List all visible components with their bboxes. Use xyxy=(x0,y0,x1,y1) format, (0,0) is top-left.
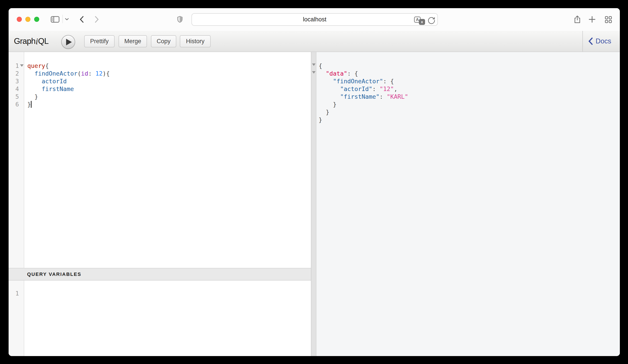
history-button[interactable]: History xyxy=(180,35,211,47)
graphiql-toolbar: GraphiQL Prettify Merge Copy History Doc… xyxy=(8,31,620,52)
minimize-window-button[interactable] xyxy=(25,17,30,22)
query-variables-title: QUERY VARIABLES xyxy=(27,272,81,277)
tab-overview-grid-icon[interactable] xyxy=(605,16,612,23)
result-pane: { "data": { "findOneActor": { "actorId":… xyxy=(316,52,620,356)
code-line: } xyxy=(27,100,110,108)
line-number: 1 xyxy=(8,290,19,297)
fold-arrow-icon[interactable] xyxy=(20,64,24,67)
reload-icon[interactable] xyxy=(427,16,436,24)
chevron-down-icon[interactable] xyxy=(65,18,69,20)
url-text: localhost xyxy=(192,14,437,25)
line-number: 5 xyxy=(8,93,19,100)
close-window-button[interactable] xyxy=(17,17,22,22)
query-editor-pane[interactable]: 123456 query{ findOneActor(id: 12){ acto… xyxy=(8,52,311,356)
result-fold-arrow-icon[interactable] xyxy=(312,64,315,66)
docs-label: Docs xyxy=(596,37,611,45)
code-line: "firstName": "KARL" xyxy=(319,93,408,100)
copy-button[interactable]: Copy xyxy=(151,35,176,47)
execute-query-button[interactable] xyxy=(61,35,75,49)
text-cursor xyxy=(31,101,31,108)
variables-line-numbers: 1 xyxy=(8,290,19,297)
query-code: query{ findOneActor(id: 12){ actorId fir… xyxy=(27,62,110,108)
url-address-field[interactable]: localhost A x xyxy=(191,13,438,26)
privacy-shield-icon[interactable] xyxy=(177,16,183,23)
code-line: { xyxy=(319,62,408,70)
code-line: "data": { xyxy=(319,70,408,77)
code-line: firstName xyxy=(27,85,110,93)
code-line: } xyxy=(27,93,110,100)
pane-resize-divider[interactable] xyxy=(311,52,316,356)
translate-icon[interactable]: A x xyxy=(414,16,426,27)
line-number: 2 xyxy=(8,70,19,77)
code-line: } xyxy=(319,108,408,116)
back-button-icon[interactable] xyxy=(79,16,84,23)
line-number: 6 xyxy=(8,100,19,108)
code-line: "findOneActor": { xyxy=(319,77,408,85)
docs-link[interactable]: Docs xyxy=(588,31,611,52)
prettify-button[interactable]: Prettify xyxy=(84,35,115,47)
forward-button-icon[interactable] xyxy=(95,16,99,23)
code-line: actorId xyxy=(27,77,110,85)
chevron-left-icon xyxy=(588,37,593,45)
sidebar-toggle-icon[interactable] xyxy=(51,16,60,23)
share-icon[interactable] xyxy=(574,15,581,23)
line-number: 3 xyxy=(8,77,19,85)
toolbar-divider xyxy=(582,31,583,52)
code-line: } xyxy=(319,116,408,124)
query-line-numbers: 123456 xyxy=(8,62,19,108)
play-icon xyxy=(66,39,72,45)
zoom-window-button[interactable] xyxy=(34,17,39,22)
query-variables-bar[interactable]: QUERY VARIABLES xyxy=(8,268,311,281)
browser-window: localhost A x xyxy=(8,8,620,356)
new-tab-plus-icon[interactable] xyxy=(589,16,595,23)
titlebar-divider xyxy=(62,15,63,23)
graphiql-main: 123456 query{ findOneActor(id: 12){ acto… xyxy=(8,52,620,356)
merge-button[interactable]: Merge xyxy=(119,35,147,47)
code-line: } xyxy=(319,100,408,108)
code-line: query{ xyxy=(27,62,110,70)
result-fold-arrow-icon[interactable] xyxy=(312,71,315,73)
browser-titlebar: localhost A x xyxy=(8,8,620,31)
line-number: 4 xyxy=(8,85,19,93)
result-code: { "data": { "findOneActor": { "actorId":… xyxy=(319,62,408,124)
graphiql-logo: GraphiQL xyxy=(14,31,49,52)
code-line: "actorId": "12", xyxy=(319,85,408,93)
code-line: findOneActor(id: 12){ xyxy=(27,70,110,77)
line-number: 1 xyxy=(8,62,19,70)
